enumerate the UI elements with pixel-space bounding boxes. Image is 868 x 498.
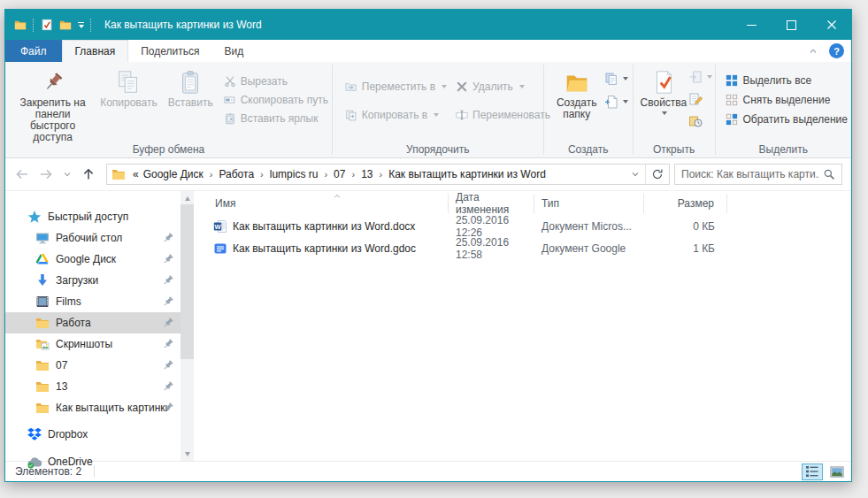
- view-thumbnails-button[interactable]: [826, 464, 848, 480]
- breadcrumb-item[interactable]: 13: [358, 168, 375, 180]
- pin-icon[interactable]: [162, 338, 174, 350]
- edit-button[interactable]: [688, 89, 712, 109]
- file-date: 25.09.2016 12:26: [449, 215, 534, 237]
- sidebar-item-quick-access[interactable]: Быстрый доступ: [5, 206, 181, 227]
- pin-icon[interactable]: [162, 295, 174, 308]
- navigation-pane: Быстрый доступ Рабочий стол Google Диск …: [5, 191, 181, 461]
- up-button[interactable]: [79, 165, 98, 184]
- close-button[interactable]: [811, 10, 851, 40]
- copy-to-icon: [345, 109, 357, 121]
- maximize-icon: [787, 20, 796, 30]
- sidebar-item-dropbox[interactable]: Dropbox: [5, 424, 181, 445]
- tab-view[interactable]: Вид: [211, 40, 256, 62]
- sidebar-item-rabota[interactable]: Работа: [5, 312, 181, 333]
- pin-icon[interactable]: [162, 253, 174, 265]
- sidebar-item-desktop[interactable]: Рабочий стол: [5, 227, 181, 249]
- column-header-name[interactable]: Имя: [203, 194, 449, 213]
- breadcrumb-item[interactable]: Работа: [216, 168, 257, 180]
- pin-icon[interactable]: [162, 232, 174, 244]
- collapse-ribbon-icon[interactable]: [807, 45, 819, 57]
- downloads-icon: [35, 273, 50, 287]
- rename-button[interactable]: Переименовать: [456, 105, 550, 125]
- column-header-size[interactable]: Размер: [644, 194, 727, 213]
- breadcrumb-item[interactable]: Google Диск: [141, 168, 206, 180]
- sidebar-scrollbar[interactable]: [181, 191, 194, 461]
- delete-button[interactable]: Удалить: [456, 77, 550, 96]
- breadcrumb-item[interactable]: Как вытащить картинки из Word: [386, 168, 549, 180]
- select-all-button[interactable]: Выделить все: [726, 71, 848, 89]
- pin-icon[interactable]: [162, 402, 174, 414]
- breadcrumb-item[interactable]: 07: [331, 168, 348, 180]
- address-dropdown-button[interactable]: [626, 165, 645, 184]
- new-item-icon: [604, 95, 618, 109]
- tab-home[interactable]: Главная: [62, 40, 129, 62]
- paste-shortcut-button[interactable]: Вставить ярлык: [224, 109, 328, 127]
- recent-locations-button[interactable]: [60, 165, 74, 184]
- copy-path-button[interactable]: Скопировать путь: [224, 90, 328, 109]
- help-button[interactable]: ?: [829, 43, 844, 58]
- qat-properties-icon[interactable]: [41, 19, 53, 31]
- address-bar[interactable]: « Google Диск › Работа › lumpics ru › 07…: [106, 164, 670, 185]
- breadcrumb-separator: ›: [348, 169, 358, 180]
- copy-to-button[interactable]: Копировать в: [345, 105, 447, 125]
- tab-file[interactable]: Файл: [5, 40, 62, 62]
- sidebar-item-label: Dropbox: [48, 428, 88, 441]
- view-details-button[interactable]: [802, 464, 823, 480]
- sidebar-item-07[interactable]: 07: [5, 355, 181, 376]
- refresh-button[interactable]: [645, 165, 669, 184]
- dropbox-icon: [27, 427, 42, 441]
- forward-button[interactable]: [36, 165, 56, 184]
- search-input[interactable]: Поиск: Как вытащить карти...: [674, 164, 842, 185]
- tab-share[interactable]: Поделиться: [128, 40, 211, 62]
- pin-icon[interactable]: [162, 380, 174, 393]
- move-to-button[interactable]: Переместить в: [345, 77, 447, 96]
- button-label: Переименовать: [472, 109, 550, 121]
- sidebar-item-screenshots[interactable]: Скриншоты: [5, 333, 181, 355]
- copy-button[interactable]: Копировать: [95, 64, 163, 109]
- new-folder-button[interactable]: Создать папку: [549, 64, 604, 120]
- file-row-docx[interactable]: Как вытащить картинки из Word.docx 25.09…: [203, 215, 851, 237]
- pin-icon[interactable]: [162, 274, 174, 287]
- paste-button[interactable]: Вставить: [163, 64, 219, 109]
- sidebar-item-films[interactable]: Films: [5, 291, 181, 312]
- qat-new-folder-icon[interactable]: [59, 19, 72, 31]
- scroll-down-icon[interactable]: [181, 448, 194, 460]
- properties-button[interactable]: Свойства: [639, 64, 689, 115]
- button-label: Вставить ярлык: [241, 112, 319, 125]
- group-label-create: Создать: [544, 143, 633, 156]
- select-none-button[interactable]: Снять выделение: [726, 90, 848, 109]
- maximize-button[interactable]: [772, 10, 811, 40]
- sidebar-item-downloads[interactable]: Загрузки: [5, 270, 181, 291]
- google-drive-icon: [35, 252, 50, 266]
- pin-icon[interactable]: [162, 317, 174, 329]
- button-label: Создать папку: [551, 97, 603, 120]
- new-item-button[interactable]: [604, 92, 628, 111]
- qat-folder-icon[interactable]: [14, 19, 27, 31]
- cut-button[interactable]: Вырезать: [224, 72, 328, 90]
- pin-icon[interactable]: [162, 359, 174, 372]
- breadcrumb-item[interactable]: lumpics ru: [267, 168, 321, 180]
- qat-customize-dropdown-icon[interactable]: [78, 22, 84, 28]
- sidebar-item-13[interactable]: 13: [5, 376, 181, 397]
- sidebar-item-kak-vytaschit[interactable]: Как вытащить картинки: [5, 397, 181, 418]
- sidebar-item-label: 13: [56, 380, 67, 393]
- sidebar-item-onedrive[interactable]: OneDrive: [5, 451, 181, 472]
- history-button[interactable]: [688, 111, 712, 131]
- pin-to-quick-access-button[interactable]: Закрепить на панели быстрого доступа: [11, 64, 95, 143]
- minimize-button[interactable]: [732, 10, 772, 40]
- open-button[interactable]: [688, 67, 712, 87]
- invert-selection-button[interactable]: Обратить выделение: [726, 110, 848, 128]
- sidebar-item-label: OneDrive: [48, 456, 93, 468]
- column-header-date[interactable]: Дата изменения: [449, 194, 534, 213]
- scroll-up-icon[interactable]: [181, 192, 194, 204]
- easy-access-button[interactable]: [604, 69, 628, 88]
- ribbon-group-organize: Переместить в Копировать в Удалить: [333, 62, 543, 157]
- scrollbar-thumb[interactable]: [181, 204, 194, 359]
- sidebar-item-google-drive[interactable]: Google Диск: [5, 249, 181, 270]
- breadcrumb-collapse[interactable]: «: [131, 168, 141, 180]
- back-button[interactable]: [12, 165, 32, 184]
- column-header-type[interactable]: Тип: [534, 194, 644, 213]
- group-label-organize: Упорядочить: [333, 143, 543, 156]
- dropdown-arrow-icon: [442, 85, 447, 88]
- file-row-gdoc[interactable]: Как вытащить картинки из Word.gdoc 25.09…: [203, 237, 851, 259]
